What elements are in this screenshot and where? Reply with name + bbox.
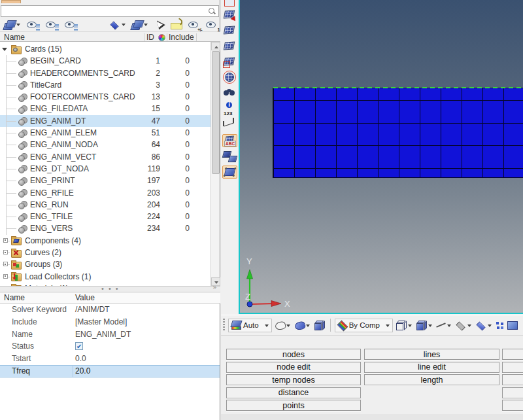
mesh-import-icon[interactable] [222,9,237,22]
column-separator[interactable] [144,33,144,41]
clipped-toolbar-icon[interactable] [222,0,237,6]
property-value[interactable]: 20.0 [75,366,90,377]
info-count-icon[interactable]: i 123 [222,103,237,116]
search-icon[interactable] [209,8,216,15]
screen-display-button[interactable] [507,320,518,330]
expand-icon[interactable] [2,115,8,127]
panel-splitter[interactable]: • • • » [0,286,220,292]
surface-gray-button[interactable] [454,321,473,330]
view-mode-button[interactable] [3,19,21,31]
property-row[interactable]: Include [Master Model] [0,316,220,328]
status-checkbox[interactable] [75,342,83,350]
panel-button-clipped[interactable] [502,387,523,398]
tree-item[interactable]: ENG_RUN 204 0 [0,199,211,211]
mesh-sheet-icon[interactable] [222,24,237,37]
panel-button[interactable]: distance [226,387,361,398]
panel-button-clipped[interactable] [502,349,523,360]
isolate-shown-icon[interactable] [64,19,78,31]
color-wheel-icon[interactable] [158,34,165,41]
expand-icon[interactable] [2,258,8,270]
element-shaded-button[interactable] [415,319,433,332]
highlight-icon[interactable] [170,19,184,31]
patch-plane-button[interactable] [222,166,237,179]
show-hide-toggle-icon[interactable]: +/- [188,19,201,31]
expand-icon[interactable] [2,67,8,79]
column-separator[interactable] [167,33,167,41]
mesh-transform-icon[interactable] [222,150,237,163]
property-row[interactable]: Tfreq 20.0 [0,365,220,377]
search-input[interactable] [2,7,209,16]
expand-icon[interactable] [2,127,8,139]
collapse-chevron-icon[interactable]: » [212,285,216,290]
panel-tab-stub[interactable] [1,0,21,3]
expand-icon[interactable] [2,43,8,55]
tree-item[interactable]: Curves (2) [0,247,211,258]
scrollbar-thumb[interactable] [212,51,220,174]
tree-item[interactable]: Groups (3) [0,258,211,270]
expand-icon[interactable] [2,91,8,103]
property-value[interactable]: /ANIM/DT [75,304,110,316]
expand-icon[interactable] [2,222,8,234]
panel-button-clipped[interactable] [502,362,523,373]
property-row[interactable]: Tstart 0.0 [0,353,220,365]
layer-display-button[interactable] [130,19,148,31]
panel-button-clipped[interactable] [502,400,523,411]
expand-icon[interactable] [2,79,8,91]
hide-tree-icon[interactable] [45,19,59,31]
tree-item[interactable]: ENG_PRINT 197 0 [0,175,211,186]
tree-item[interactable]: HEADERCOMMENTS_CARD 2 0 [0,67,211,79]
element-wireframe-button[interactable] [395,319,413,332]
panel-button[interactable]: nodes [226,349,361,360]
property-value[interactable]: 0.0 [75,353,86,365]
binoculars-find-icon[interactable] [222,87,237,100]
tree-scrollbar[interactable] [211,42,220,286]
property-row[interactable]: Solver Keyword /ANIM/DT [0,304,220,316]
expand-icon[interactable] [2,55,8,67]
property-row[interactable]: Status [0,340,220,353]
shell-wireframe-button[interactable] [274,321,292,330]
solid-display-button[interactable] [108,19,126,31]
expand-icon[interactable] [2,211,8,222]
tree-item[interactable]: ENG_ANIM_DT 47 0 [0,115,211,127]
panel-button-clipped[interactable] [502,374,523,385]
mesh-shaded-icon[interactable] [222,40,237,53]
expand-icon[interactable] [2,151,8,163]
tree-item[interactable]: ENG_DT_NODA 119 0 [0,163,211,175]
contour-mode-combo[interactable]: Auto [228,319,272,332]
selector-arrow-icon[interactable] [152,19,166,31]
expand-icon[interactable] [2,103,8,114]
line-style-button[interactable] [435,321,452,330]
text-label-button[interactable]: ABC [222,134,237,147]
column-header-name[interactable]: Name [4,33,25,42]
tree-item[interactable]: ENG_VERS 234 0 [0,222,211,234]
graphics-viewport[interactable]: Y Z X [239,0,523,314]
column-separator[interactable] [196,33,197,41]
property-header-value[interactable]: Value [75,293,95,302]
mesh-circle-zoom-icon[interactable] [222,71,237,84]
panel-button[interactable]: points [226,400,361,411]
panel-button[interactable]: length [364,374,499,385]
property-value[interactable]: ENG_ANIM_DT [75,328,131,341]
shell-shaded-button[interactable] [294,321,311,330]
tree-item[interactable]: ENG_ANIM_NODA 64 0 [0,139,211,150]
expand-icon[interactable] [2,199,8,211]
tree-item[interactable]: ENG_ANIM_VECT 86 0 [0,151,211,163]
tree-item[interactable]: TitleCard 3 0 [0,79,211,91]
measure-scale-icon[interactable] [222,118,237,131]
tree-item[interactable]: FOOTERCOMMENTS_CARD 13 0 [0,91,211,103]
expand-icon[interactable] [2,139,8,150]
property-value[interactable]: [Master Model] [75,316,127,328]
tree-item[interactable]: ENG_FILEDATA 15 0 [0,103,211,114]
toolbar-grip-icon[interactable] [223,319,225,332]
mesh-component[interactable] [273,88,523,178]
expand-icon[interactable] [2,187,8,199]
show-tree-icon[interactable] [26,19,40,31]
column-header-include[interactable]: Include [169,33,194,42]
expand-icon[interactable] [2,271,8,283]
panel-button[interactable]: lines [364,349,499,360]
tree-item[interactable]: Cards (15) [0,43,211,55]
tree-item[interactable]: ENG_ANIM_ELEM 51 0 [0,127,211,139]
expand-icon[interactable] [2,235,8,247]
expand-icon[interactable] [2,175,8,186]
cube-view-button[interactable] [313,319,326,332]
